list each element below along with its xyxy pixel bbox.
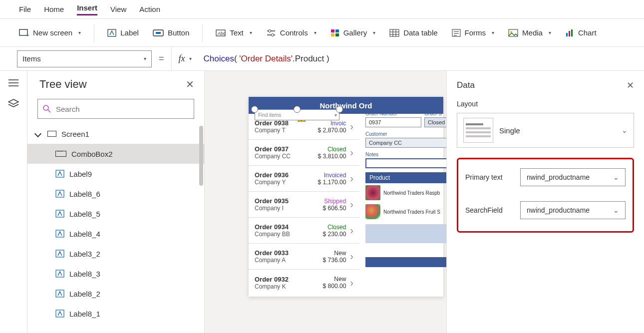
tree-item-label9[interactable]: Label9 <box>27 164 204 184</box>
menu-home[interactable]: Home <box>44 5 64 13</box>
status-badge[interactable]: Closed <box>424 117 449 127</box>
menu-action[interactable]: Action <box>139 5 160 13</box>
order-status: New <box>311 250 346 257</box>
svg-rect-10 <box>335 29 339 32</box>
order-status: New <box>311 276 346 283</box>
canvas[interactable]: Northwind Ord Find items ! Order 0938Com… <box>205 71 644 333</box>
order-status-label: Order S <box>424 111 449 116</box>
new-screen-button[interactable]: + New screen ▾ <box>14 25 86 40</box>
new-screen-icon: + <box>19 29 29 37</box>
tree-item-label8-4[interactable]: Label8_4 <box>27 224 204 244</box>
selection-handle[interactable] <box>251 106 258 113</box>
tree-item-label8-2[interactable]: Label8_2 <box>27 284 204 304</box>
order-row[interactable]: Order 0932Company K New$ 800.00 › <box>249 270 359 296</box>
primary-text-label: Primary text <box>465 173 520 181</box>
scrollbar[interactable] <box>199 126 203 186</box>
data-table-icon <box>389 29 399 37</box>
layers-icon[interactable] <box>7 98 19 110</box>
customer-field[interactable]: Company CC <box>365 138 449 148</box>
data-table-button[interactable]: Data table <box>384 25 442 40</box>
media-icon <box>508 29 518 37</box>
order-status: Shipped <box>311 198 346 205</box>
product-name: Northwind Traders Fruit S <box>383 209 440 215</box>
chevron-right-icon: › <box>350 277 353 289</box>
order-row[interactable]: Order 0934Company BB Closed$ 230.00 › <box>249 218 359 244</box>
data-panel-header: Data ✕ <box>457 80 634 91</box>
chevron-down-icon: ▾ <box>144 56 146 61</box>
combobox-placeholder: Find items <box>258 112 281 118</box>
order-row[interactable]: Order 0933Company A New$ 736.00 › <box>249 244 359 270</box>
property-selector[interactable]: Items ▾ <box>17 50 152 67</box>
button-button[interactable]: Button <box>148 25 194 40</box>
label-button[interactable]: Label <box>102 25 144 40</box>
order-amount: $ 3,810.00 <box>311 153 346 160</box>
tree-item-label3-2[interactable]: Label3_2 <box>27 244 204 264</box>
tree-item-label: Label8_5 <box>69 210 100 218</box>
tree-item-label8-3[interactable]: Label8_3 <box>27 264 204 284</box>
chevron-down-icon[interactable]: ▾ <box>189 56 192 61</box>
label-icon <box>55 230 64 238</box>
menu-view[interactable]: View <box>110 5 126 13</box>
forms-dropdown[interactable]: Forms ▾ <box>447 25 500 40</box>
tree-item-combobox[interactable]: ComboBox2 <box>27 144 204 164</box>
ribbon-text-label: Text <box>230 28 244 37</box>
svg-text:+: + <box>26 32 29 37</box>
chevron-right-icon: › <box>350 173 353 184</box>
label-icon <box>55 290 64 298</box>
notes-label: Notes <box>365 152 449 157</box>
company-name: Company T <box>255 127 311 134</box>
close-icon[interactable]: ✕ <box>186 78 194 90</box>
tree-item-label: Label8_4 <box>69 230 100 238</box>
menu-file[interactable]: File <box>19 5 31 13</box>
label-icon <box>107 29 116 37</box>
svg-rect-19 <box>571 29 573 36</box>
chevron-right-icon: › <box>350 199 353 210</box>
search-field-row: SearchField nwind_productname ⌄ <box>465 201 626 219</box>
text-dropdown[interactable]: Abc Text ▾ <box>211 25 257 40</box>
layout-selector[interactable]: Single ⌄ <box>457 113 634 148</box>
label-icon <box>55 190 64 198</box>
primary-text-row: Primary text nwind_productname ⌄ <box>465 168 626 186</box>
tree-search[interactable] <box>37 99 194 119</box>
ribbon-controls-label: Controls <box>280 28 308 37</box>
product-row[interactable]: Northwind Traders Fruit S <box>365 202 449 221</box>
chevron-down-icon: ▾ <box>373 30 375 35</box>
chart-icon <box>565 29 574 37</box>
tree-item-label: Label8_3 <box>69 270 100 278</box>
order-number: Order 0933 <box>255 249 311 257</box>
order-number: Order 0937 <box>255 145 311 153</box>
product-row[interactable]: Northwind Traders Raspb <box>365 183 449 202</box>
primary-text-value: nwind_productname <box>527 173 590 181</box>
order-row[interactable]: Order 0936Company Y Invoiced$ 1,170.00 › <box>249 166 359 192</box>
hamburger-icon[interactable] <box>7 77 19 89</box>
chevron-right-icon: › <box>350 251 353 262</box>
selection-handle[interactable] <box>294 106 301 113</box>
left-rail <box>0 71 27 333</box>
controls-dropdown[interactable]: Controls ▾ <box>261 25 322 40</box>
tree-item-label8-1[interactable]: Label8_1 <box>27 304 204 324</box>
media-dropdown[interactable]: Media ▾ <box>503 25 556 40</box>
search-input[interactable] <box>56 105 189 113</box>
order-row[interactable]: Order 0935Company I Shipped$ 606.50 › <box>249 192 359 218</box>
selection-handle[interactable] <box>336 106 343 113</box>
svg-point-8 <box>271 33 274 36</box>
tree-item-label: ComboBox2 <box>71 150 113 158</box>
tree-item-label8-5[interactable]: Label8_5 <box>27 204 204 224</box>
order-number: Order 0936 <box>255 171 311 179</box>
app-title: Northwind Ord <box>320 101 372 110</box>
primary-text-dropdown[interactable]: nwind_productname ⌄ <box>520 168 626 186</box>
order-row[interactable]: Order 0937Company CC Closed$ 3,810.00 › <box>249 140 359 166</box>
search-field-dropdown[interactable]: nwind_productname ⌄ <box>520 201 626 219</box>
formula-input[interactable]: Choices( 'Order Details'.Product ) <box>204 53 329 64</box>
gallery-dropdown[interactable]: Gallery ▾ <box>325 25 381 40</box>
tree-item-label: Label8_2 <box>69 290 100 298</box>
order-number-field[interactable]: 0937 <box>365 117 421 127</box>
notes-field[interactable] <box>365 158 449 168</box>
close-icon[interactable]: ✕ <box>627 80 634 91</box>
fx-box: fx ▾ <box>171 47 192 70</box>
chevron-down-icon: ▾ <box>78 30 81 35</box>
tree-item-label8-6[interactable]: Label8_6 <box>27 184 204 204</box>
chart-dropdown[interactable]: Chart <box>560 25 602 40</box>
tree-item-screen[interactable]: Screen1 <box>27 124 204 144</box>
menu-insert[interactable]: Insert <box>77 3 97 15</box>
